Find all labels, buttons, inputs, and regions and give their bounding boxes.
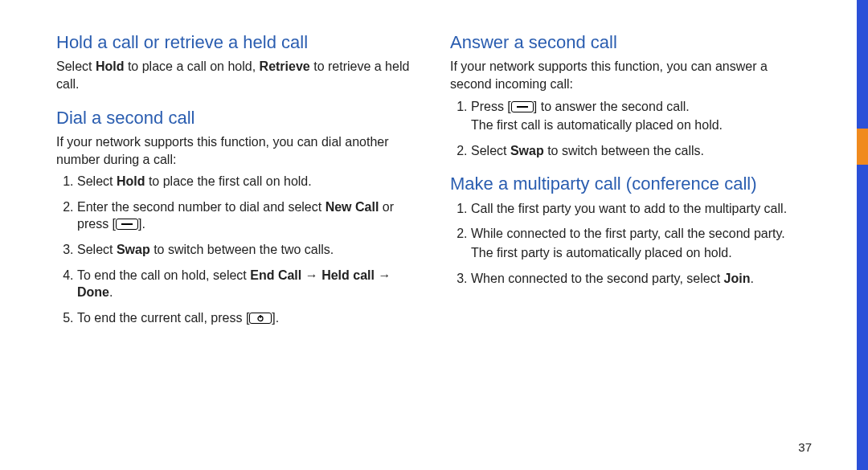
list-item: Press [] to answer the second call. The …	[471, 98, 812, 134]
text: →	[301, 268, 321, 282]
left-column: Hold a call or retrieve a held call Sele…	[56, 32, 418, 334]
dash-key-icon	[116, 219, 138, 230]
list-item: While connected to the first party, call…	[471, 225, 812, 261]
sub-text: The first party is automatically placed …	[471, 244, 812, 262]
text: While connected to the first party, call…	[471, 227, 785, 240]
dial-second-intro: If your network supports this function, …	[56, 133, 418, 168]
text: Select	[471, 144, 510, 157]
list-item: Select Swap to switch between the two ca…	[77, 241, 418, 259]
heading-dial-second: Dial a second call	[56, 108, 418, 129]
text: .	[109, 285, 113, 299]
list-item: Call the first party you want to add to …	[471, 200, 812, 218]
dial-second-steps: Select Hold to place the first call on h…	[56, 173, 418, 326]
bold-held-call: Held call	[321, 268, 375, 282]
text: to switch between the calls.	[544, 144, 704, 157]
text: ].	[138, 217, 145, 231]
two-column-layout: Hold a call or retrieve a held call Sele…	[56, 32, 812, 334]
answer-second-intro: If your network supports this function, …	[450, 58, 812, 92]
text: →	[375, 268, 391, 282]
manual-page: Hold a call or retrieve a held call Sele…	[0, 0, 868, 470]
bold-done: Done	[77, 285, 109, 299]
text: Select	[77, 174, 117, 188]
list-item: Enter the second number to dial and sele…	[77, 198, 418, 233]
bold-swap: Swap	[510, 144, 544, 157]
answer-second-steps: Press [] to answer the second call. The …	[450, 98, 812, 160]
text: Press [	[471, 100, 511, 113]
hold-call-body: Select Hold to place a call on hold, Ret…	[56, 58, 418, 92]
heading-multiparty: Make a multiparty call (conference call)	[450, 174, 812, 194]
bold-swap: Swap	[117, 243, 150, 256]
bold-join: Join	[724, 272, 751, 285]
text: to place a call on hold,	[124, 59, 259, 73]
list-item: To end the current call, press [].	[77, 309, 418, 327]
text: Select	[77, 243, 117, 256]
section-multiparty: Make a multiparty call (conference call)…	[450, 174, 812, 287]
bold-new-call: New Call	[326, 200, 379, 214]
page-number: 37	[798, 440, 812, 454]
right-column: Answer a second call If your network sup…	[450, 32, 812, 334]
multiparty-steps: Call the first party you want to add to …	[450, 200, 812, 287]
text: .	[750, 272, 753, 285]
text: To end the call on hold, select	[77, 268, 250, 282]
section-dial-second: Dial a second call If your network suppo…	[56, 108, 418, 327]
bold-end-call: End Call	[250, 268, 301, 282]
text: To end the current call, press [	[77, 311, 249, 325]
text: to switch between the two calls.	[150, 243, 334, 256]
bold-hold: Hold	[117, 174, 145, 188]
section-hold-call: Hold a call or retrieve a held call Sele…	[56, 32, 418, 93]
dash-key-icon	[511, 101, 534, 112]
list-item: To end the call on hold, select End Call…	[77, 267, 418, 301]
text: Select	[56, 59, 96, 73]
text: to place the first call on hold.	[145, 174, 311, 188]
power-key-icon	[249, 313, 272, 324]
list-item: When connected to the second party, sele…	[471, 270, 812, 288]
text: Call the first party you want to add to …	[471, 202, 787, 215]
bold-hold: Hold	[96, 59, 125, 73]
section-answer-second: Answer a second call If your network sup…	[450, 32, 812, 159]
sub-text: The first call is automatically placed o…	[471, 116, 812, 134]
bold-retrieve: Retrieve	[260, 59, 310, 73]
text: ].	[272, 311, 279, 325]
list-item: Select Hold to place the first call on h…	[77, 173, 418, 190]
side-tab	[857, 0, 868, 470]
text: When connected to the second party, sele…	[471, 272, 724, 285]
side-tab-marker	[857, 129, 868, 165]
heading-hold-call: Hold a call or retrieve a held call	[56, 32, 418, 53]
text: Enter the second number to dial and sele…	[77, 200, 326, 214]
list-item: Select Swap to switch between the calls.	[471, 142, 812, 160]
text: ] to answer the second call.	[534, 100, 690, 113]
heading-answer-second: Answer a second call	[450, 32, 812, 53]
side-tab-label: using advanced functions	[842, 173, 854, 291]
